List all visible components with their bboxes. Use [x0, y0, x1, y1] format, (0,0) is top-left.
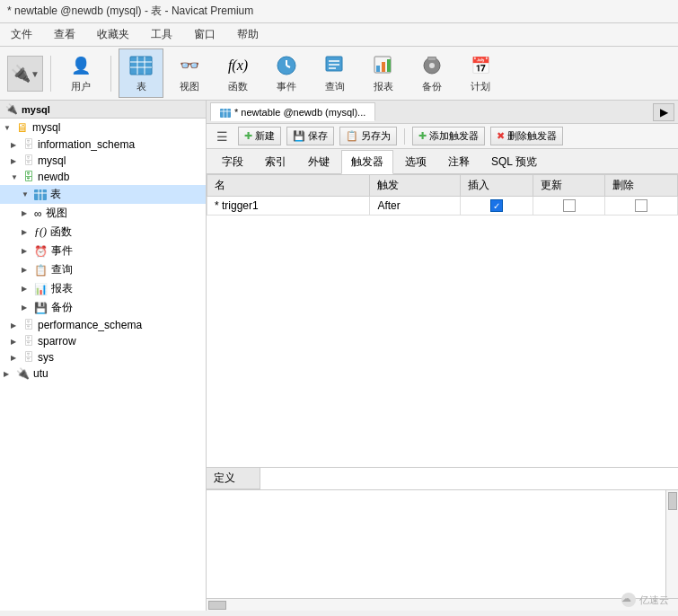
sidebar-item-functions[interactable]: ▶ ƒ() 函数 — [0, 223, 206, 242]
expand-arrow: ▶ — [4, 370, 13, 378]
expand-arrow: ▼ — [4, 124, 13, 132]
table-row[interactable]: * trigger1 After ✓ — [207, 197, 678, 216]
sidebar-item-views[interactable]: ▶ ∞ 视图 — [0, 204, 206, 223]
trigger-delete[interactable] — [605, 197, 678, 216]
save-as-button[interactable]: 📋 另存为 — [339, 127, 397, 145]
scrollbar-thumb-h[interactable] — [208, 601, 226, 610]
tab-sql-preview[interactable]: SQL 预览 — [481, 150, 547, 174]
functions-icon: ƒ() — [34, 225, 47, 239]
tab-fields[interactable]: 字段 — [212, 150, 253, 174]
view-icon: 👓 — [177, 53, 202, 78]
menu-tools[interactable]: 工具 — [147, 25, 176, 44]
menu-view[interactable]: 查看 — [50, 25, 79, 44]
svg-rect-0 — [130, 57, 152, 75]
tab-indexes[interactable]: 索引 — [255, 150, 296, 174]
trigger-insert[interactable]: ✓ — [461, 197, 533, 216]
sidebar-item-perf-schema[interactable]: ▶ 🗄 performance_schema — [0, 317, 206, 333]
menu-file[interactable]: 文件 — [7, 25, 36, 44]
expand-arrow: ▶ — [11, 354, 20, 362]
sidebar-sparrow-label: sparrow — [38, 335, 76, 348]
col-name: 名 — [207, 175, 370, 197]
toolbar-function[interactable]: f(x) 函数 — [216, 48, 260, 98]
sidebar-item-mysql[interactable]: ▼ 🖥 mysql — [0, 119, 206, 136]
sidebar-sys-label: sys — [38, 351, 54, 364]
menu-favorites[interactable]: 收藏夹 — [93, 25, 133, 44]
plug-icon: 🔌 ▼ — [7, 56, 43, 92]
sidebar-functions-label: 函数 — [50, 224, 72, 240]
sidebar-item-queries[interactable]: ▶ 📋 查询 — [0, 260, 206, 279]
add-trigger-button[interactable]: ✚ 添加触发器 — [412, 127, 485, 145]
query-icon — [322, 53, 348, 78]
new-button[interactable]: ✚ 新建 — [238, 127, 281, 145]
new-icon: ✚ — [244, 130, 252, 142]
tab-foreign-keys[interactable]: 外键 — [298, 150, 339, 174]
sidebar-item-newdb[interactable]: ▼ 🗄 newdb — [0, 169, 206, 185]
update-checkbox[interactable] — [563, 199, 576, 212]
col-delete: 删除 — [605, 175, 678, 197]
tab-scroll-right[interactable]: ▶ — [653, 103, 674, 121]
hamburger-menu-icon[interactable]: ☰ — [212, 127, 233, 146]
insert-checkbox[interactable]: ✓ — [490, 199, 503, 212]
sidebar-item-sparrow[interactable]: ▶ 🗄 sparrow — [0, 333, 206, 349]
toolbar-table[interactable]: 表 — [119, 48, 163, 98]
scrollbar-thumb-v[interactable] — [668, 492, 677, 510]
tab-bar: * newtable @newdb (mysql)... ▶ — [207, 101, 678, 124]
horizontal-scrollbar[interactable] — [207, 598, 678, 611]
sidebar-item-tables[interactable]: ▼ 表 — [0, 185, 206, 204]
toolbar-view[interactable]: 👓 视图 — [167, 48, 212, 98]
col-trigger: 触发 — [370, 175, 461, 197]
definition-body[interactable] — [207, 490, 678, 598]
sidebar-item-mysql-db[interactable]: ▶ 🗄 mysql — [0, 153, 206, 169]
sidebar-item-sys[interactable]: ▶ 🗄 sys — [0, 349, 206, 365]
svg-rect-15 — [387, 59, 391, 72]
toolbar-query[interactable]: 查询 — [313, 48, 357, 98]
report-icon — [371, 53, 396, 78]
svg-rect-19 — [428, 57, 436, 60]
menu-help[interactable]: 帮助 — [233, 25, 262, 44]
save-button[interactable]: 💾 保存 — [286, 127, 334, 145]
trigger-update[interactable] — [533, 197, 605, 216]
toolbar-schedule[interactable]: 📅 计划 — [458, 48, 503, 98]
function-icon: f(x) — [225, 53, 251, 78]
mysql-db-icon: 🗄 — [23, 154, 34, 167]
toolbar-backup[interactable]: 备份 — [409, 48, 454, 98]
sidebar-item-reports[interactable]: ▶ 📊 报表 — [0, 279, 206, 298]
vertical-scrollbar[interactable] — [665, 490, 678, 598]
toolbar-event[interactable]: 事件 — [264, 48, 309, 98]
toolbar-report[interactable]: 报表 — [361, 48, 406, 98]
expand-arrow: ▶ — [22, 285, 31, 293]
expand-arrow: ▶ — [22, 209, 31, 217]
expand-arrow: ▼ — [22, 190, 31, 198]
save-label: 保存 — [308, 129, 328, 143]
queries-icon: 📋 — [34, 264, 48, 277]
definition-area: 定义 — [207, 467, 678, 611]
expand-arrow: ▼ — [11, 173, 20, 181]
toolbar-user[interactable]: 👤 用户 — [58, 48, 103, 98]
backups-icon: 💾 — [34, 302, 48, 314]
watermark-icon: ☁ — [621, 593, 636, 607]
tab-triggers[interactable]: 触发器 — [341, 150, 393, 174]
sidebar-item-information_schema[interactable]: ▶ 🗄 information_schema — [0, 136, 206, 153]
sidebar-item-backups[interactable]: ▶ 💾 备份 — [0, 298, 206, 317]
tab-comments[interactable]: 注释 — [438, 150, 480, 174]
svg-rect-13 — [376, 66, 380, 72]
tab-options[interactable]: 选项 — [395, 150, 436, 174]
sub-tab-bar: 字段 索引 外键 触发器 选项 注释 SQL 预览 — [207, 149, 678, 174]
tab-newtable[interactable]: * newtable @newdb (mysql)... — [210, 102, 375, 120]
del-trigger-button[interactable]: ✖ 删除触发器 — [490, 127, 563, 145]
delete-checkbox[interactable] — [635, 199, 647, 212]
col-insert: 插入 — [461, 175, 533, 197]
sidebar-utu-label: utu — [33, 367, 48, 380]
mysql-root-icon: 🖥 — [16, 120, 29, 135]
sidebar-header: 🔌 mysql — [0, 101, 206, 119]
sidebar-views-label: 视图 — [46, 206, 67, 221]
tab-sql-preview-label: SQL 预览 — [491, 155, 537, 168]
sidebar-item-utu[interactable]: ▶ 🔌 utu — [0, 365, 206, 382]
tab-fields-label: 字段 — [222, 155, 243, 168]
expand-arrow: ▶ — [11, 141, 20, 149]
sidebar-item-events[interactable]: ▶ ⏰ 事件 — [0, 242, 206, 260]
save-icon: 💾 — [293, 130, 305, 142]
sidebar-info-schema-label: information_schema — [38, 138, 135, 151]
menu-window[interactable]: 窗口 — [190, 25, 219, 44]
expand-arrow: ▶ — [22, 266, 31, 274]
